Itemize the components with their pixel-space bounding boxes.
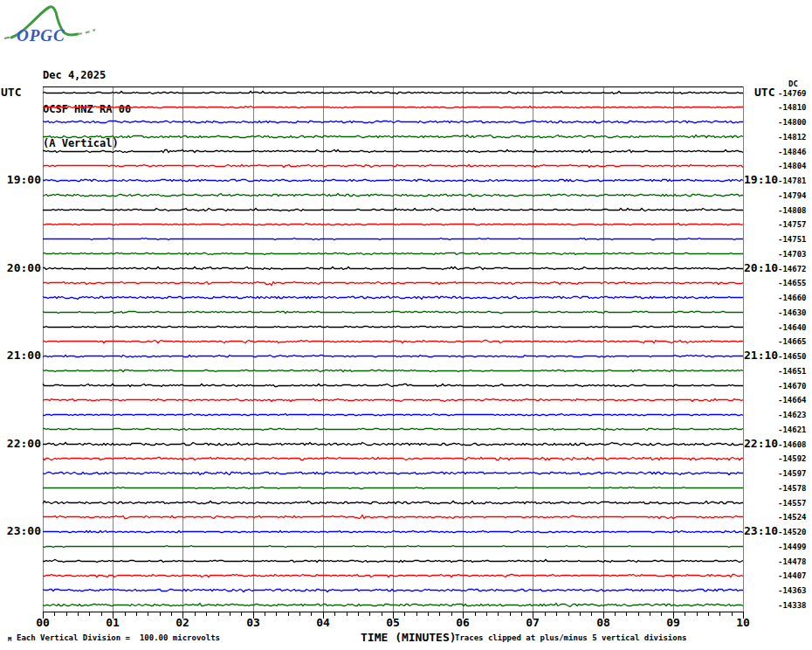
dc-offset-value: -14592 <box>778 454 807 463</box>
dc-offset-value: -14608 <box>778 440 807 449</box>
scale-note: Each Vertical Division = 100.00 microvol… <box>17 633 220 642</box>
dc-offset-value: -14757 <box>778 220 807 229</box>
dc-offset-value: -14660 <box>778 294 807 302</box>
hour-label-right: 19:10 <box>744 174 778 186</box>
dc-offset-value: -14800 <box>778 118 807 127</box>
x-tick-label: 03 <box>240 616 266 629</box>
dc-offset-value: -14557 <box>778 499 807 508</box>
clip-note: Traces clipped at plus/minus 5 vertical … <box>455 633 687 642</box>
x-tick-label: 04 <box>310 616 336 629</box>
dc-offset-value: -14665 <box>778 337 807 346</box>
dc-offset-value: -14672 <box>778 265 807 273</box>
helicorder-screen: OPGC Dec 4,2025 OCSF HNZ RA 00 (A Vertic… <box>0 0 812 650</box>
dc-offset-value: -14338 <box>778 601 807 610</box>
hour-label-left: 21:00 <box>0 349 41 362</box>
hour-label-right: 21:10 <box>744 349 778 362</box>
dc-offset-value: -14751 <box>778 235 807 244</box>
hour-label-right: 23:10 <box>744 525 778 537</box>
dc-offset-value: -14520 <box>778 528 807 536</box>
seismo-trace <box>43 327 743 328</box>
dc-offset-value: -14407 <box>778 571 807 580</box>
x-tick-label: 00 <box>30 616 56 629</box>
dc-offset-value: -14363 <box>778 586 807 595</box>
scale-marker: M <box>8 636 11 643</box>
dc-offset-value: -14623 <box>778 411 807 419</box>
x-tick-label: 02 <box>169 616 196 629</box>
dc-offset-value: -14597 <box>778 469 807 478</box>
x-tick-label: 08 <box>590 616 616 629</box>
dc-offset-value: -14664 <box>778 396 807 405</box>
dc-offset-value: -14808 <box>778 206 807 215</box>
x-tick-label: 10 <box>730 616 756 629</box>
x-tick-label: 05 <box>380 616 406 629</box>
x-tick-label: 07 <box>520 616 546 629</box>
dc-offset-value: -14578 <box>778 484 807 493</box>
dc-offset-value: -14640 <box>778 323 807 332</box>
hour-label-right: 22:10 <box>744 438 778 450</box>
dc-offset-value: -14810 <box>778 103 807 112</box>
dc-offset-value: -14769 <box>778 89 807 98</box>
dc-offset-value: -14651 <box>778 367 807 376</box>
x-tick-label: 09 <box>660 616 686 629</box>
dc-offset-value: -14655 <box>778 279 807 287</box>
dc-offset-value: -14524 <box>778 513 807 522</box>
dc-offset-value: -14781 <box>778 176 807 185</box>
dc-offset-value: -14478 <box>778 557 807 566</box>
hour-label-left: 23:00 <box>0 525 41 537</box>
dc-offset-value: -14812 <box>778 133 807 142</box>
hour-label-left: 19:00 <box>0 174 41 186</box>
hour-label-right: 20:10 <box>744 262 778 274</box>
dc-offset-value: -14630 <box>778 308 807 317</box>
dc-offset-value: -14670 <box>778 382 807 391</box>
dc-offset-value: -14794 <box>778 191 807 200</box>
helicorder-plot <box>0 0 812 650</box>
dc-offset-value: -14804 <box>778 162 807 170</box>
dc-offset-value: -14650 <box>778 352 807 361</box>
dc-offset-value: -14621 <box>778 425 807 434</box>
dc-offset-value: -14846 <box>778 148 807 156</box>
dc-offset-value: -14499 <box>778 543 807 551</box>
hour-label-left: 22:00 <box>0 438 41 450</box>
hour-label-left: 20:00 <box>0 262 41 274</box>
x-axis-title: TIME (MINUTES) <box>361 631 457 644</box>
dc-offset-value: -14703 <box>778 250 807 259</box>
x-tick-label: 06 <box>450 616 476 629</box>
x-tick-label: 01 <box>100 616 126 629</box>
